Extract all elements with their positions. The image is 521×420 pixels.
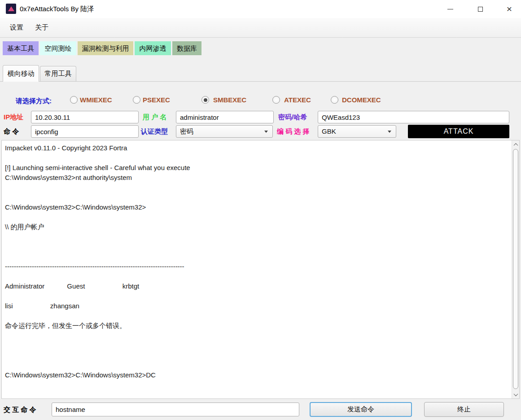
chevron-down-icon <box>264 131 268 133</box>
encoding-label: 编 码 选 择 <box>277 127 310 136</box>
title-bar: 0x7eAttackTools By 陆泽 × <box>0 0 521 18</box>
chevron-down-icon <box>513 392 518 396</box>
maximize-button[interactable] <box>470 0 490 18</box>
app-logo-icon <box>6 4 16 14</box>
tab-common-tools[interactable]: 常用工具 <box>40 66 76 81</box>
radio-psexec-label[interactable]: PSEXEC <box>143 96 170 104</box>
menu-bar: 设置 关于 <box>0 18 521 38</box>
password-input[interactable] <box>318 111 509 123</box>
tab-database[interactable]: 数据库 <box>172 41 201 55</box>
menu-item-about[interactable]: 关于 <box>35 23 48 32</box>
radio-wmiexec[interactable] <box>70 96 78 104</box>
window-title: 0x7eAttackTools By 陆泽 <box>20 0 94 18</box>
tab-basic-tools[interactable]: 基本工具 <box>3 41 39 55</box>
sub-tab-divider <box>0 81 521 82</box>
ip-input[interactable] <box>31 111 139 123</box>
close-icon: × <box>507 4 512 13</box>
tab-lateral-movement[interactable]: 横向移动 <box>3 65 39 82</box>
interactive-command-input[interactable] <box>52 402 299 416</box>
method-selector-label: 请选择方式: <box>16 97 52 105</box>
command-label: 命 令 <box>4 127 19 136</box>
send-command-button[interactable]: 发送命令 <box>310 402 412 417</box>
radio-atexec-label[interactable]: ATEXEC <box>284 96 311 104</box>
scroll-up-button[interactable] <box>512 141 519 148</box>
chevron-down-icon <box>388 131 391 133</box>
tab-intranet-pentest[interactable]: 内网渗透 <box>135 41 171 55</box>
output-console: Impacket v0.11.0 - Copyright 2023 Fortra… <box>1 140 520 399</box>
terminate-button[interactable]: 终止 <box>424 402 504 417</box>
category-tab-bar: 基本工具 空间测绘 漏洞检测与利用 内网渗透 数据库 <box>3 41 201 55</box>
radio-smbexec-label[interactable]: SMBEXEC <box>213 96 246 104</box>
tab-vuln-detect-exploit[interactable]: 漏洞检测与利用 <box>78 41 133 55</box>
minimize-icon <box>447 9 453 9</box>
radio-dcomexec[interactable] <box>331 96 338 104</box>
ip-label: IP地址 <box>4 113 23 122</box>
scrollbar-thumb[interactable] <box>513 149 518 389</box>
auth-type-label: 认证类型 <box>141 127 168 136</box>
tab-space-mapping[interactable]: 空间测绘 <box>40 41 76 55</box>
password-label: 密码/哈希 <box>278 113 307 122</box>
menu-item-settings[interactable]: 设置 <box>10 23 23 32</box>
scroll-down-button[interactable] <box>512 391 519 398</box>
app-window: 0x7eAttackTools By 陆泽 × 设置 关于 基本工具 空间测绘 … <box>0 0 521 420</box>
maximize-icon <box>478 7 483 12</box>
username-input[interactable] <box>176 111 274 123</box>
encoding-value: GBK <box>322 127 336 135</box>
attack-button[interactable]: ATTACK <box>408 125 509 138</box>
close-button[interactable]: × <box>499 0 520 18</box>
command-input[interactable] <box>31 125 139 138</box>
radio-psexec[interactable] <box>133 96 140 104</box>
console-output-text: Impacket v0.11.0 - Copyright 2023 Fortra… <box>2 140 511 398</box>
radio-smbexec[interactable] <box>201 96 209 104</box>
radio-dcomexec-label[interactable]: DCOMEXEC <box>342 96 381 104</box>
radio-atexec[interactable] <box>272 96 280 104</box>
radio-wmiexec-label[interactable]: WMIEXEC <box>80 96 112 104</box>
username-label: 用 户 名 <box>143 113 166 122</box>
auth-type-select[interactable]: 密码 <box>176 125 273 138</box>
minimize-button[interactable] <box>440 0 460 18</box>
auth-type-value: 密码 <box>180 127 193 135</box>
chevron-up-icon <box>513 143 518 147</box>
encoding-select[interactable]: GBK <box>318 125 396 138</box>
interactive-command-label: 交 互 命 令 <box>4 406 36 414</box>
output-scrollbar[interactable] <box>512 140 519 398</box>
